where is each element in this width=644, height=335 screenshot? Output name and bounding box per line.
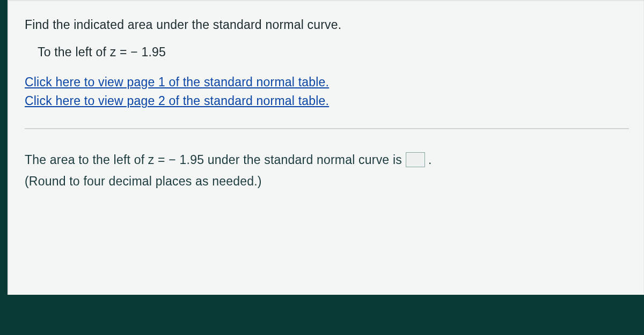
link-row-2: Click here to view page 2 of the standar…: [25, 92, 629, 110]
question-prompt: Find the indicated area under the standa…: [25, 16, 629, 34]
answer-sentence: The area to the left of z = − 1.95 under…: [25, 151, 629, 170]
question-panel: Find the indicated area under the standa…: [8, 0, 644, 295]
link-row-1: Click here to view page 1 of the standar…: [25, 73, 629, 91]
section-divider: [25, 128, 629, 129]
answer-input[interactable]: [406, 152, 425, 167]
app-window: Find the indicated area under the standa…: [0, 0, 644, 335]
standard-normal-table-page1-link[interactable]: Click here to view page 1 of the standar…: [25, 75, 329, 89]
answer-suffix: .: [428, 153, 432, 167]
rounding-hint: (Round to four decimal places as needed.…: [25, 172, 629, 191]
question-detail: To the left of z = − 1.95: [38, 43, 629, 61]
standard-normal-table-page2-link[interactable]: Click here to view page 2 of the standar…: [25, 94, 329, 108]
answer-prefix: The area to the left of z = − 1.95 under…: [25, 153, 406, 167]
